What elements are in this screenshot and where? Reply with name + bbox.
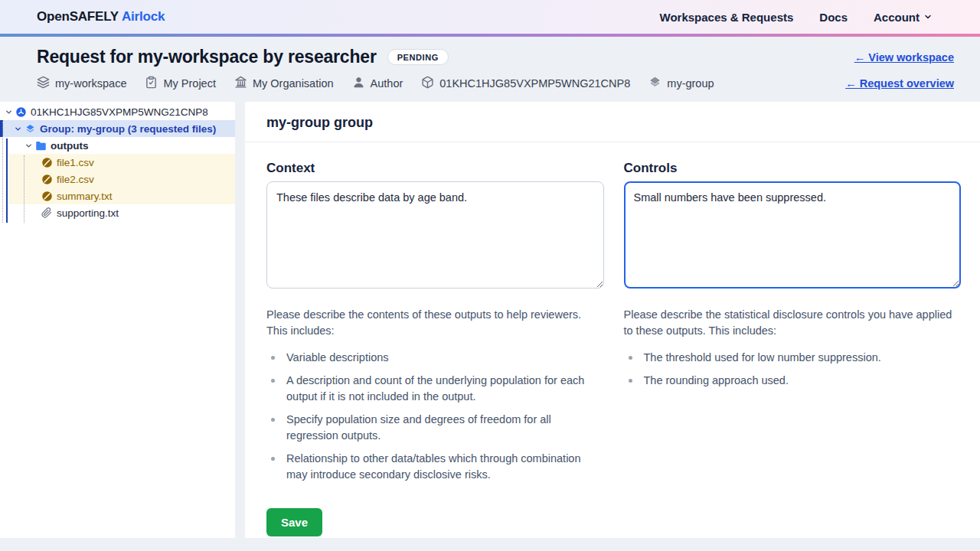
context-bullet: A description and count of the underlyin… [266, 373, 604, 405]
tree-file-label: summary.txt [57, 191, 113, 202]
controls-help-text: Please describe the statistical disclosu… [624, 307, 962, 339]
tree-supporting-file-label: supporting.txt [57, 207, 119, 219]
chevron-down-icon[interactable] [3, 106, 14, 117]
controls-textarea[interactable]: Small numbers have been suppressed. [624, 181, 962, 289]
main-nav: Workspaces & Requests Docs Account [660, 11, 933, 24]
clipboard-icon [145, 76, 158, 91]
tree-node-summary[interactable]: summary.txt [0, 187, 235, 204]
chevron-down-icon[interactable] [23, 140, 34, 151]
context-textarea[interactable]: These files describe data by age band. [266, 181, 604, 289]
user-icon [352, 76, 365, 91]
request-overview-link[interactable]: ← Request overview [845, 77, 954, 90]
save-button[interactable]: Save [266, 508, 322, 536]
context-bullet: Relationship to other data/tables which … [266, 451, 604, 483]
tree-group-label: Group: my-group (3 requested files) [40, 123, 216, 135]
tree-node-file1[interactable]: file1.csv [0, 154, 235, 171]
status-badge: PENDING [387, 49, 449, 65]
request-title-section: Request for my-workspace by researcher P… [0, 37, 980, 102]
folder-icon [35, 140, 47, 152]
context-bullet-list: Variable descriptions A description and … [266, 350, 604, 483]
context-bullet: Variable descriptions [266, 350, 604, 366]
chevron-down-icon[interactable] [12, 123, 23, 134]
file-tree-sidebar: 01KHC1HJG85VXPMP5WNG21CNP8 Group: my-gro… [0, 102, 235, 538]
tree-node-file2[interactable]: file2.csv [0, 171, 235, 187]
tree-guide-line [24, 155, 24, 223]
meta-project: My Project [145, 76, 216, 91]
nav-docs[interactable]: Docs [819, 11, 848, 24]
nav-workspaces-requests[interactable]: Workspaces & Requests [660, 11, 794, 24]
tree-node-outputs-folder[interactable]: outputs [0, 137, 235, 154]
context-help-text: Please describe the contents of these ou… [266, 307, 604, 339]
context-label: Context [266, 161, 604, 176]
meta-author: Author [352, 76, 403, 91]
controls-bullet: The threshold used for low number suppre… [624, 350, 962, 366]
group-context-form: Context These files describe data by age… [245, 142, 980, 538]
group-icon [24, 123, 36, 135]
request-metadata: my-workspace My Project My Organisation … [37, 76, 714, 91]
view-workspace-link[interactable]: ← View workspace [854, 51, 954, 64]
meta-project-label: My Project [163, 77, 216, 90]
file-under-review-icon [41, 191, 53, 202]
meta-group: my-group [648, 76, 714, 91]
context-field: Context These files describe data by age… [266, 142, 604, 490]
group-heading: my-group group [266, 115, 959, 131]
app-header: OpenSAFELYAirlock Workspaces & Requests … [0, 0, 980, 34]
tree-guide-line-active [6, 139, 8, 223]
tree-node-supporting-file[interactable]: supporting.txt [0, 204, 235, 221]
package-icon [421, 76, 434, 91]
tree-node-group-selected[interactable]: Group: my-group (3 requested files) [0, 120, 235, 137]
file-under-review-icon [41, 174, 53, 185]
meta-organisation: My Organisation [234, 76, 334, 91]
meta-request-id: 01KHC1HJG85VXPMP5WNG21CNP8 [421, 76, 630, 91]
controls-label: Controls [624, 161, 962, 176]
meta-author-label: Author [371, 77, 403, 90]
tree-node-request-root[interactable]: 01KHC1HJG85VXPMP5WNG21CNP8 [0, 103, 235, 120]
meta-workspace-label: my-workspace [55, 77, 126, 90]
file-under-review-icon [41, 157, 53, 168]
tree-file-label: file2.csv [57, 174, 94, 185]
group-detail-panel: my-group group Context These files descr… [245, 102, 980, 538]
controls-bullet: The rounding approach used. [624, 373, 962, 389]
brand-logo[interactable]: OpenSAFELYAirlock [37, 9, 165, 24]
layers-icon [37, 76, 50, 91]
meta-organisation-label: My Organisation [253, 77, 334, 90]
paperclip-icon [41, 207, 53, 219]
tree-folder-label: outputs [51, 140, 89, 152]
tree-file-label: file1.csv [57, 157, 94, 168]
chevron-down-icon [923, 11, 933, 24]
nav-account-label: Account [874, 11, 920, 24]
request-icon [15, 106, 27, 118]
brand-opensafely: OpenSAFELY [37, 9, 119, 24]
organisation-icon [234, 76, 247, 91]
nav-account-menu[interactable]: Account [874, 11, 933, 24]
controls-field: Controls Small numbers have been suppres… [624, 142, 962, 396]
page-title: Request for my-workspace by researcher [37, 47, 377, 67]
controls-bullet-list: The threshold used for low number suppre… [624, 350, 962, 389]
meta-workspace: my-workspace [37, 76, 126, 91]
brand-airlock: Airlock [122, 9, 165, 24]
tree-guide-line [2, 122, 3, 223]
tree-root-label: 01KHC1HJG85VXPMP5WNG21CNP8 [31, 106, 208, 118]
meta-request-id-label: 01KHC1HJG85VXPMP5WNG21CNP8 [439, 77, 630, 90]
group-icon [648, 76, 662, 91]
context-bullet: Specify population size and degrees of f… [266, 412, 604, 444]
meta-group-label: my-group [667, 77, 714, 90]
